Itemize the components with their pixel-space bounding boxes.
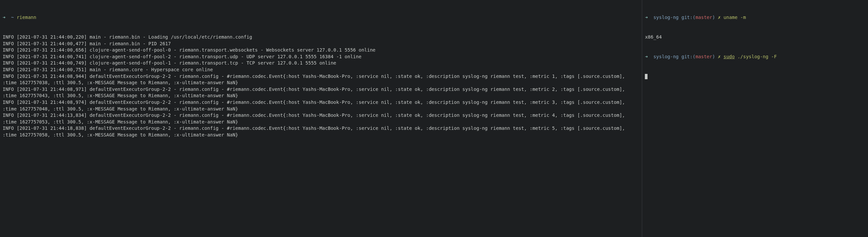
right-terminal-pane[interactable]: ➜ syslog-ng git:(master) ✗ uname -m x86_… xyxy=(642,0,868,237)
git-close: ) xyxy=(712,14,715,20)
log-line: INFO [2021-07-31 21:44:18,838] defaultEv… xyxy=(3,125,639,138)
log-line: INFO [2021-07-31 21:44:08,974] defaultEv… xyxy=(3,99,639,112)
cursor-icon xyxy=(645,74,648,79)
git-branch: master xyxy=(695,14,712,20)
prompt-line-2: ➜ syslog-ng git:(master) ✗ sudo ./syslog… xyxy=(645,54,865,60)
prompt-arrow-icon: ➜ xyxy=(3,14,5,20)
git-branch: master xyxy=(695,54,712,59)
left-terminal-pane[interactable]: ➜ ~ riemann INFO [2021-07-31 21:44:00,22… xyxy=(0,0,642,237)
git-label: git:( xyxy=(681,54,695,59)
prompt-path: ~ xyxy=(11,14,13,20)
git-close: ) xyxy=(712,54,715,59)
command-text: uname -m xyxy=(723,14,746,20)
prompt-line-1: ➜ syslog-ng git:(master) ✗ uname -m xyxy=(645,14,865,21)
dirty-icon: ✗ xyxy=(718,14,721,20)
log-line: INFO [2021-07-31 21:44:13,834] defaultEv… xyxy=(3,112,639,125)
command-text: riemann xyxy=(17,14,36,20)
log-line: INFO [2021-07-31 21:44:00,656] clojure-a… xyxy=(3,47,639,54)
log-line: INFO [2021-07-31 21:44:08,971] defaultEv… xyxy=(3,86,639,99)
prompt-dir: syslog-ng xyxy=(653,14,679,20)
prompt-dir: syslog-ng xyxy=(653,54,679,59)
command-text: ./syslog-ng -F xyxy=(735,54,777,59)
prompt-arrow-icon: ➜ xyxy=(645,14,648,20)
git-label: git:( xyxy=(681,14,695,20)
log-line: INFO [2021-07-31 21:44:00,220] main - ri… xyxy=(3,34,639,40)
prompt-arrow-icon: ➜ xyxy=(645,54,648,59)
log-line: INFO [2021-07-31 21:44:00,749] clojure-a… xyxy=(3,60,639,66)
sudo-command: sudo xyxy=(723,54,735,59)
log-line: INFO [2021-07-31 21:44:00,741] clojure-a… xyxy=(3,54,639,60)
log-line: INFO [2021-07-31 21:44:00,477] main - ri… xyxy=(3,40,639,47)
log-output: INFO [2021-07-31 21:44:00,220] main - ri… xyxy=(3,34,639,139)
prompt-line: ➜ ~ riemann xyxy=(3,14,639,21)
dirty-icon: ✗ xyxy=(718,54,721,59)
log-line: INFO [2021-07-31 21:44:08,944] defaultEv… xyxy=(3,73,639,86)
cursor-line xyxy=(645,73,865,80)
log-line: INFO [2021-07-31 21:44:00,751] main - ri… xyxy=(3,66,639,73)
command-output: x86_64 xyxy=(645,34,865,40)
